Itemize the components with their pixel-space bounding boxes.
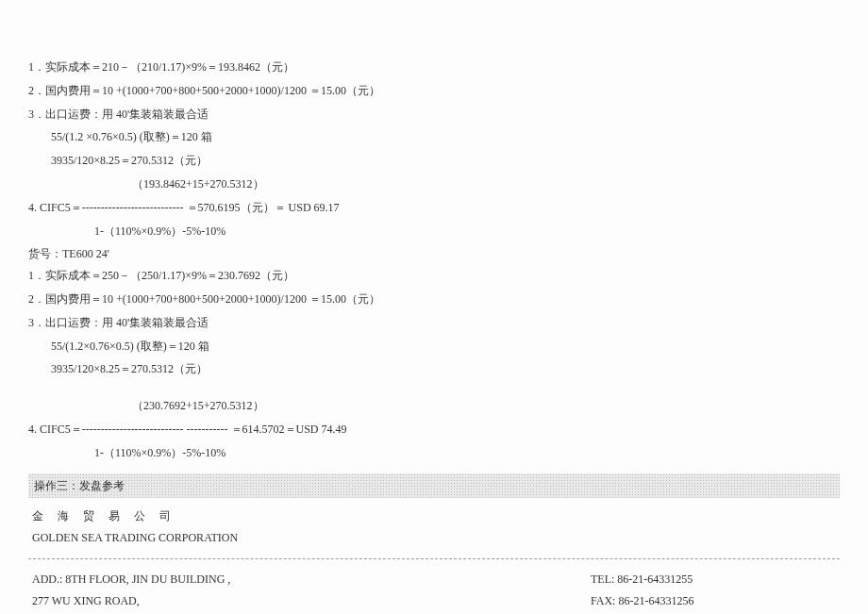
spacer	[28, 382, 840, 393]
address-row-1: ADD.: 8TH FLOOR, JIN DU BUILDING , TEL: …	[28, 569, 840, 590]
fax: FAX: 86-21-64331256	[591, 590, 836, 612]
line: 3935/120×8.25＝270.5312（元）	[28, 150, 840, 172]
line: 3935/120×8.25＝270.5312（元）	[28, 358, 840, 380]
address-line: ADD.: 8TH FLOOR, JIN DU BUILDING ,	[32, 569, 591, 590]
line: 1．实际成本＝250－（250/1.17)×9%＝230.7692（元）	[28, 265, 840, 287]
tel: TEL: 86-21-64331255	[591, 569, 836, 590]
calc-block-2: 1．实际成本＝250－（250/1.17)×9%＝230.7692（元） 2．国…	[28, 265, 840, 463]
section-title: 操作三：发盘参考	[28, 473, 840, 499]
line: 2．国内费用＝10 +(1000+700+800+500+2000+1000)/…	[28, 289, 840, 310]
address-line: 277 WU XING ROAD,	[32, 590, 591, 612]
formula-numerator: （230.7692+15+270.5312）	[28, 395, 840, 417]
line: 3．出口运费：用 40'集装箱装最合适	[28, 312, 840, 334]
formula-main: 4. CIFC5＝--------------------------- ---…	[28, 419, 840, 440]
formula-denominator: 1-（110%×0.9%）-5%-10%	[28, 221, 840, 242]
formula-denominator: 1-（110%×0.9%）-5%-10%	[28, 442, 840, 464]
line: 2．国内费用＝10 +(1000+700+800+500+2000+1000)/…	[28, 80, 840, 102]
line: 55/(1.2 ×0.76×0.5) (取整)＝120 箱	[28, 126, 840, 148]
company-name-en: GOLDEN SEA TRADING CORPORATION	[28, 527, 840, 549]
sku-label: 货号：TE600 24'	[28, 243, 840, 265]
calc-block-1: 1．实际成本＝210－（210/1.17)×9%＝193.8462（元） 2．国…	[28, 57, 840, 241]
line: 55/(1.2×0.76×0.5) (取整)＝120 箱	[28, 336, 840, 357]
formula-main: 4. CIFC5＝--------------------------- ＝57…	[28, 197, 840, 219]
divider	[28, 558, 840, 559]
line: 3．出口运费：用 40'集装箱装最合适	[28, 104, 840, 125]
line: 1．实际成本＝210－（210/1.17)×9%＝193.8462（元）	[28, 57, 840, 78]
address-row-2: 277 WU XING ROAD, FAX: 86-21-64331256	[28, 590, 840, 612]
company-name-cn: 金 海 贸 易 公 司	[28, 506, 840, 527]
formula-numerator: （193.8462+15+270.5312）	[28, 174, 840, 195]
